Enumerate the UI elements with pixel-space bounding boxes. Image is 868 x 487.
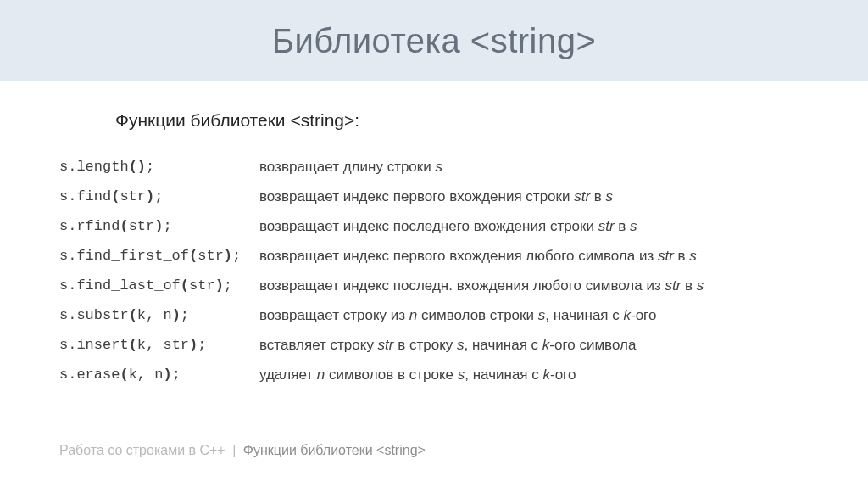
function-table: s.length(); возвращает длину строки s s.… (59, 153, 809, 390)
breadcrumb: Работа со строками в С++ | Функции библи… (59, 443, 426, 458)
table-row: s.insert(k, str); вставляет строку str в… (59, 331, 809, 361)
breadcrumb-current: Функции библиотеки <string> (243, 443, 426, 457)
function-code: s.substr(k, n); (59, 301, 259, 331)
table-row: s.find_last_of(str); возвращает индекс п… (59, 271, 809, 301)
breadcrumb-separator: | (229, 443, 239, 457)
page-title: Библиотека <string> (272, 22, 597, 60)
function-code: s.insert(k, str); (59, 331, 259, 361)
title-bar: Библиотека <string> (0, 0, 868, 81)
function-code: s.rfind(str); (59, 212, 259, 242)
function-desc: возвращает индекс последн. вхождения люб… (259, 271, 809, 301)
table-row: s.length(); возвращает длину строки s (59, 153, 809, 182)
table-row: s.rfind(str); возвращает индекс последне… (59, 212, 809, 242)
function-desc: удаляет n символов в строке s, начиная с… (259, 361, 809, 390)
function-desc: возвращает индекс первого вхождения любо… (259, 242, 809, 271)
function-code: s.find(str); (59, 182, 259, 212)
function-desc: возвращает строку из n символов строки s… (259, 301, 809, 331)
function-code: s.find_last_of(str); (59, 271, 259, 301)
function-desc: возвращает индекс последнего вхождения с… (259, 212, 809, 242)
function-desc: возвращает индекс первого вхождения стро… (259, 182, 809, 212)
content-area: Функции библиотеки <string>: s.length();… (0, 81, 868, 390)
table-row: s.find_first_of(str); возвращает индекс … (59, 242, 809, 271)
section-subtitle: Функции библиотеки <string>: (115, 110, 809, 131)
breadcrumb-root: Работа со строками в С++ (59, 443, 225, 457)
function-code: s.find_first_of(str); (59, 242, 259, 271)
function-desc: возвращает длину строки s (259, 153, 809, 182)
function-code: s.erase(k, n); (59, 361, 259, 390)
table-row: s.erase(k, n); удаляет n символов в стро… (59, 361, 809, 390)
function-desc: вставляет строку str в строку s, начиная… (259, 331, 809, 361)
table-row: s.find(str); возвращает индекс первого в… (59, 182, 809, 212)
table-row: s.substr(k, n); возвращает строку из n с… (59, 301, 809, 331)
function-code: s.length(); (59, 153, 259, 182)
